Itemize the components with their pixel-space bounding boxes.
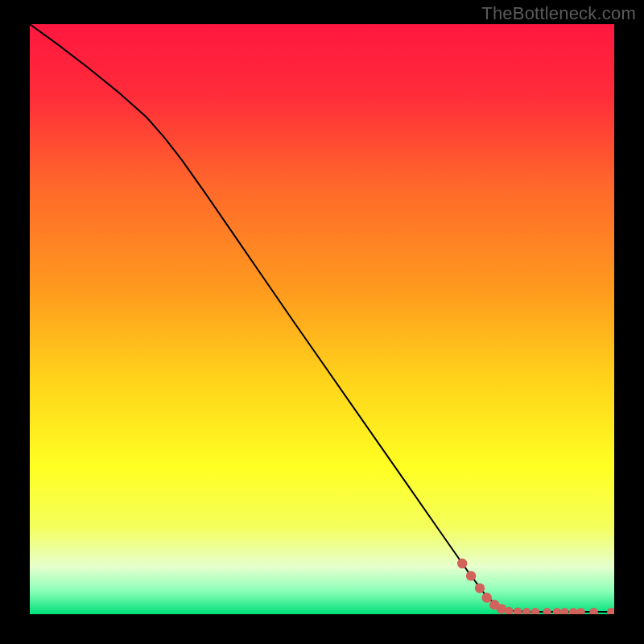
highlight-dot bbox=[607, 608, 614, 614]
highlight-dots bbox=[457, 559, 614, 614]
highlight-dot bbox=[497, 604, 506, 613]
highlight-dot bbox=[522, 608, 530, 614]
highlight-dot bbox=[569, 608, 577, 614]
highlight-dot bbox=[531, 608, 539, 614]
highlight-dot bbox=[576, 608, 584, 614]
highlight-dot bbox=[457, 559, 467, 568]
highlight-dot bbox=[543, 608, 551, 614]
highlight-dot bbox=[475, 584, 485, 593]
watermark-text: TheBottleneck.com bbox=[481, 3, 636, 24]
highlight-dot bbox=[482, 592, 492, 602]
highlight-dot bbox=[553, 608, 561, 614]
highlight-dot bbox=[514, 608, 522, 615]
highlight-dot bbox=[466, 571, 476, 580]
chart-frame: TheBottleneck.com bbox=[0, 0, 644, 644]
plot-area bbox=[30, 24, 614, 614]
curve-line bbox=[30, 24, 614, 612]
highlight-dot bbox=[589, 608, 597, 614]
highlight-dot bbox=[560, 608, 568, 614]
chart-overlay bbox=[30, 24, 614, 614]
